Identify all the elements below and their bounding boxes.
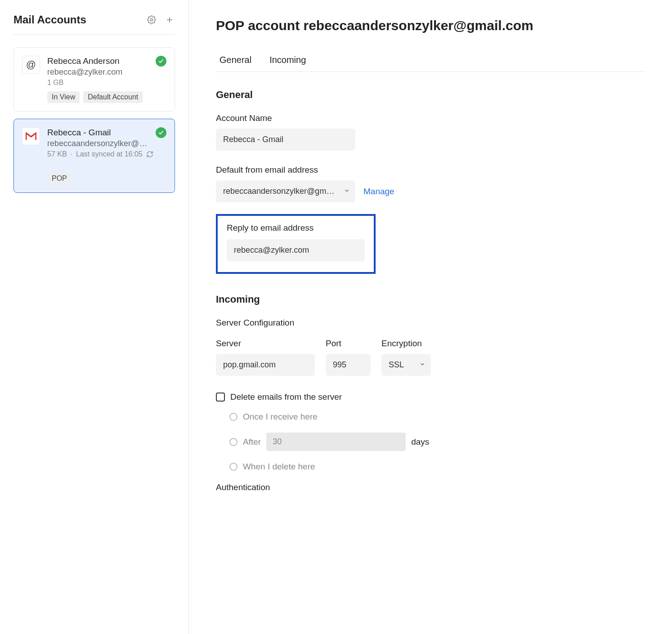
chevron-down-icon: [344, 187, 350, 196]
account-body: Rebecca - Gmail rebeccaandersonzylker@g……: [47, 127, 166, 184]
col-encryption: Encryption SSL: [381, 339, 431, 376]
delete-emails-label: Delete emails from the server: [230, 392, 342, 402]
port-label: Port: [326, 339, 371, 348]
account-name: Rebecca Anderson: [47, 56, 120, 66]
server-input[interactable]: [216, 354, 315, 376]
opt-when-delete-row[interactable]: When I delete here: [229, 462, 645, 472]
reply-to-label: Reply to email address: [227, 223, 365, 233]
refresh-icon[interactable]: [146, 151, 153, 158]
badge-pop: POP: [47, 173, 72, 184]
radio-icon[interactable]: [229, 463, 237, 471]
opt-after-label: After: [243, 437, 261, 447]
separator-dot: [71, 150, 72, 158]
sidebar-actions: [146, 14, 175, 25]
plus-icon[interactable]: [164, 14, 175, 25]
radio-icon[interactable]: [229, 413, 237, 421]
section-incoming: Incoming: [216, 294, 645, 305]
col-port: Port: [326, 339, 371, 376]
encryption-select[interactable]: SSL: [381, 354, 431, 376]
at-icon: [22, 56, 40, 74]
checkbox-icon[interactable]: [216, 393, 225, 402]
server-config-label: Server Configuration: [216, 318, 645, 328]
check-icon: [156, 56, 166, 67]
sidebar: Mail Accounts Rebecca Anderson: [0, 0, 189, 634]
account-email: rebeccaandersonzylker@g…: [47, 139, 151, 148]
account-size: 1 GB: [47, 79, 166, 87]
sidebar-title: Mail Accounts: [13, 13, 86, 26]
delete-emails-checkbox-row[interactable]: Delete emails from the server: [216, 392, 645, 402]
radio-icon[interactable]: [229, 438, 237, 446]
tab-incoming[interactable]: Incoming: [269, 55, 306, 71]
account-name: Rebecca - Gmail: [47, 128, 111, 138]
reply-to-input[interactable]: [227, 239, 365, 261]
default-from-select[interactable]: rebeccaandersonzylker@gmail.…: [216, 180, 355, 202]
server-label: Server: [216, 339, 315, 348]
badge-default: Default Account: [83, 91, 143, 103]
reply-to-highlight: Reply to email address: [216, 214, 376, 274]
encryption-label: Encryption: [381, 339, 431, 348]
account-badges: In View Default Account: [47, 91, 166, 103]
account-card-primary[interactable]: Rebecca Anderson rebecca@zylker.com 1 GB…: [13, 47, 175, 112]
chevron-down-icon: [419, 360, 426, 370]
page-title: POP account rebeccaandersonzylker@gmail.…: [216, 18, 645, 33]
account-name-input[interactable]: [216, 129, 355, 151]
svg-point-0: [151, 19, 153, 21]
account-sync: Last synced at 16:05: [76, 150, 143, 158]
account-email: rebecca@zylker.com: [47, 67, 151, 77]
field-default-from: Default from email address rebeccaanders…: [216, 165, 645, 202]
opt-once-row[interactable]: Once I receive here: [229, 412, 645, 422]
section-general: General: [216, 89, 645, 101]
manage-link[interactable]: Manage: [363, 187, 394, 196]
encryption-value: SSL: [389, 360, 404, 370]
auth-heading: Authentication: [216, 482, 645, 492]
account-card-gmail[interactable]: Rebecca - Gmail rebeccaandersonzylker@g……: [13, 119, 175, 193]
delete-options: Once I receive here After days When I de…: [229, 412, 645, 472]
default-from-label: Default from email address: [216, 165, 645, 175]
default-from-value: rebeccaandersonzylker@gmail.…: [223, 187, 338, 196]
col-server: Server: [216, 339, 315, 376]
port-input[interactable]: [326, 354, 371, 376]
account-name-label: Account Name: [216, 113, 645, 123]
tabs: General Incoming: [216, 55, 645, 72]
opt-after-row[interactable]: After days: [229, 433, 645, 451]
days-suffix: days: [411, 437, 429, 447]
field-account-name: Account Name: [216, 113, 645, 151]
settings-icon[interactable]: [146, 14, 157, 25]
account-body: Rebecca Anderson rebecca@zylker.com 1 GB…: [47, 56, 166, 103]
gmail-icon: [22, 127, 40, 145]
days-input[interactable]: [266, 433, 406, 451]
opt-when-delete-label: When I delete here: [243, 462, 315, 472]
tab-general[interactable]: General: [220, 55, 251, 71]
server-row: Server Port Encryption SSL: [216, 339, 645, 376]
account-meta: 57 KB Last synced at 16:05: [47, 150, 166, 158]
account-badges: POP: [47, 173, 166, 184]
opt-once-label: Once I receive here: [243, 412, 318, 422]
account-size: 57 KB: [47, 150, 67, 158]
sidebar-header: Mail Accounts: [13, 13, 175, 35]
badge-in-view: In View: [47, 91, 80, 103]
main-panel: POP account rebeccaandersonzylker@gmail.…: [189, 0, 672, 634]
check-icon: [156, 127, 166, 138]
